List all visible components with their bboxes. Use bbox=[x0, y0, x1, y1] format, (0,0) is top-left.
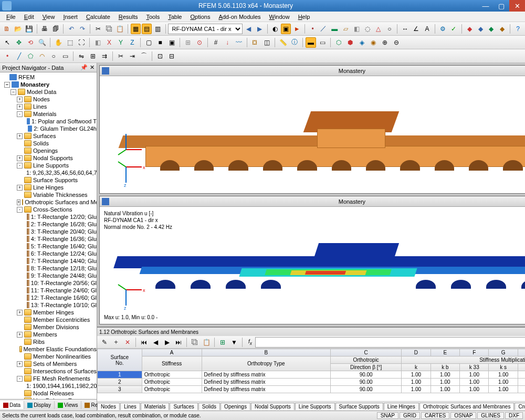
table-paste-icon[interactable]: 📋 bbox=[201, 337, 212, 348]
cut-icon[interactable]: ✂ bbox=[93, 24, 103, 34]
table-del-icon[interactable]: ✕ bbox=[122, 337, 133, 348]
nav-tab-display[interactable]: Display bbox=[24, 401, 55, 409]
fillet-icon[interactable]: ⌒ bbox=[139, 51, 149, 61]
results-anim-icon[interactable]: ► bbox=[292, 24, 302, 34]
expand-icon[interactable]: + bbox=[17, 361, 23, 367]
tree-item[interactable]: Member Divisions bbox=[0, 323, 97, 331]
table-tab[interactable]: Nodes bbox=[97, 403, 120, 410]
tree-item[interactable]: 2: Glulam Timber GL24h bbox=[0, 125, 97, 132]
member-icon[interactable]: ▬ bbox=[330, 24, 340, 34]
support-icon[interactable]: △ bbox=[374, 24, 384, 34]
status-snap[interactable]: SNAP bbox=[377, 412, 398, 419]
opening-icon[interactable]: ◌ bbox=[363, 24, 373, 34]
node-icon[interactable]: • bbox=[308, 24, 318, 34]
mirror-icon[interactable]: ⇋ bbox=[76, 51, 87, 61]
navigator-icon[interactable]: ▦ bbox=[131, 24, 141, 34]
solid-icon[interactable]: ◧ bbox=[352, 24, 362, 34]
copy-icon[interactable]: ⿻ bbox=[104, 24, 114, 34]
table-edit-icon[interactable]: ✎ bbox=[99, 337, 110, 348]
close-button[interactable]: ✕ bbox=[509, 0, 525, 12]
misc3-icon[interactable]: ◈ bbox=[356, 37, 367, 48]
misc1-icon[interactable]: ⬡ bbox=[333, 37, 344, 48]
table-copy-icon[interactable]: ⿻ bbox=[190, 337, 200, 348]
tree-item[interactable]: Openings bbox=[0, 147, 97, 154]
viewport-geometry[interactable]: xz bbox=[100, 76, 525, 193]
draw-poly-icon[interactable]: ⬠ bbox=[25, 51, 36, 61]
info-icon[interactable]: ⓘ bbox=[289, 37, 300, 48]
tree-item[interactable]: +Line Hinges bbox=[0, 184, 97, 191]
menu-results[interactable]: Results bbox=[114, 13, 142, 21]
menu-table[interactable]: Table bbox=[164, 13, 186, 21]
table-tab[interactable]: Surface Supports bbox=[335, 403, 383, 410]
table-row[interactable]: 1OrthotropicDefined by stiffness matrix9… bbox=[98, 371, 526, 379]
section-icon[interactable]: ⛋ bbox=[250, 37, 260, 48]
table-tab[interactable]: Surfaces bbox=[170, 403, 197, 410]
save-icon[interactable]: 💾 bbox=[24, 24, 34, 34]
table-tab[interactable]: Orthotropic Surfaces and Membranes bbox=[419, 403, 514, 410]
preview-icon[interactable]: 🗐 bbox=[51, 24, 61, 34]
table-row[interactable]: 3OrthotropicDefined by stiffness matrix9… bbox=[98, 386, 526, 393]
menu-add-on-modules[interactable]: Add-on Modules bbox=[214, 13, 265, 21]
table-tab[interactable]: Line Hinges bbox=[384, 403, 419, 410]
table-excel-icon[interactable]: ⊞ bbox=[217, 337, 228, 348]
tree-item[interactable]: +Members bbox=[0, 331, 97, 338]
ungroup-icon[interactable]: ⊟ bbox=[166, 51, 177, 61]
draw-point-icon[interactable]: • bbox=[2, 51, 13, 61]
tree-item[interactable]: +Member Hinges bbox=[0, 309, 97, 316]
misc4-icon[interactable]: ◉ bbox=[368, 37, 379, 48]
hinge-icon[interactable]: ○ bbox=[384, 24, 394, 34]
expand-icon[interactable]: + bbox=[17, 104, 23, 110]
loadcase-combo[interactable]: RF-DYNAM CA1 - dir x bbox=[168, 24, 242, 34]
zoom-all-icon[interactable]: ⛶ bbox=[76, 37, 87, 48]
navigator-close-icon[interactable]: ✕ bbox=[90, 64, 94, 71]
tree-item[interactable]: 1: 1900,1944,1961,1982,20 bbox=[0, 382, 97, 390]
table-tab[interactable]: Openings bbox=[220, 403, 250, 410]
pan-icon[interactable]: ✋ bbox=[53, 37, 64, 48]
status-grid[interactable]: GRID bbox=[400, 412, 420, 419]
tree-item[interactable]: Surface Supports bbox=[0, 176, 97, 184]
table-new-icon[interactable]: ＋ bbox=[111, 337, 121, 348]
panel-icon[interactable]: ▥ bbox=[153, 24, 163, 34]
view-y-icon[interactable]: Y bbox=[116, 37, 126, 48]
viewport-results[interactable]: Natural Vibration u [-] RF-DYNAM CA1 - d… bbox=[100, 207, 525, 324]
navigator-tree[interactable]: RFEM −Monastery −Model Data +Nodes+Lines… bbox=[0, 72, 97, 399]
tree-item[interactable]: +Nodal Supports bbox=[0, 154, 97, 162]
num-icon[interactable]: # bbox=[211, 37, 221, 48]
array-icon[interactable]: ⊞ bbox=[88, 51, 98, 61]
module4-icon[interactable]: ◆ bbox=[497, 24, 507, 34]
menu-help[interactable]: Help bbox=[294, 13, 314, 21]
draw-arc-icon[interactable]: ◠ bbox=[37, 51, 47, 61]
surface-icon[interactable]: ▱ bbox=[341, 24, 351, 34]
draw-rect-icon[interactable]: ▭ bbox=[60, 51, 70, 61]
expand-icon[interactable]: - bbox=[17, 376, 23, 382]
rotate-view-icon[interactable]: ⟲ bbox=[25, 37, 36, 48]
tree-item[interactable]: 7: T-Rectangle 14/40; Glu bbox=[0, 257, 97, 265]
nav-tab-data[interactable]: Data bbox=[0, 401, 24, 409]
expand-icon[interactable]: + bbox=[17, 310, 23, 316]
status-glines[interactable]: GLINES bbox=[477, 412, 504, 419]
table-first-icon[interactable]: ⏮ bbox=[139, 337, 149, 348]
nav-tab-views[interactable]: Views bbox=[55, 401, 82, 409]
view-x-icon[interactable]: X bbox=[104, 37, 114, 48]
tree-item[interactable]: -Line Supports bbox=[0, 162, 97, 169]
tree-item[interactable]: Ribs bbox=[0, 338, 97, 345]
minimize-button[interactable]: — bbox=[478, 0, 494, 12]
tree-item[interactable]: 13: T-Rectangle 10/10; Gl bbox=[0, 301, 97, 309]
help-icon[interactable]: ? bbox=[513, 24, 523, 34]
menu-options[interactable]: Options bbox=[186, 13, 214, 21]
status-dxf[interactable]: DXF bbox=[505, 412, 523, 419]
tree-item[interactable]: Solids bbox=[0, 140, 97, 147]
expand-icon[interactable]: - bbox=[17, 207, 23, 213]
expand-icon[interactable]: - bbox=[17, 163, 23, 169]
expand-icon[interactable]: + bbox=[17, 155, 23, 161]
tree-item[interactable]: 1: T-Rectangle 12/20; Glu bbox=[0, 213, 97, 220]
navigator-pin-icon[interactable]: 📌 bbox=[80, 64, 88, 71]
redo-icon[interactable]: ↷ bbox=[77, 24, 87, 34]
offset-icon[interactable]: ⇉ bbox=[99, 51, 110, 61]
measure-icon[interactable]: 📏 bbox=[278, 37, 288, 48]
data-grid[interactable]: SurfaceNo.ABCDEFGHIJKStiffnessOrthotropy… bbox=[97, 349, 525, 401]
tree-item[interactable]: 12: T-Rectangle 16/60; Gl bbox=[0, 294, 97, 301]
misc5-icon[interactable]: ⊕ bbox=[380, 37, 390, 48]
menu-edit[interactable]: Edit bbox=[20, 13, 38, 21]
table-tab[interactable]: Line Supports bbox=[295, 403, 335, 410]
